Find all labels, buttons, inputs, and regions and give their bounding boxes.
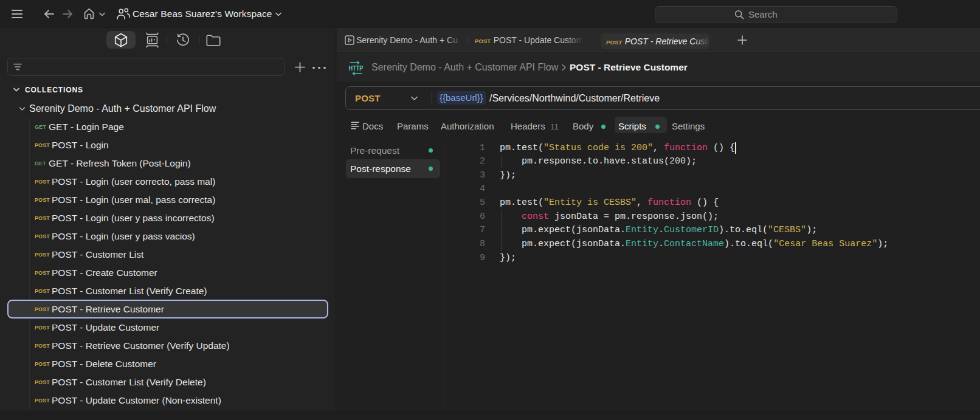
svg-text:HTTP: HTTP xyxy=(349,64,364,72)
